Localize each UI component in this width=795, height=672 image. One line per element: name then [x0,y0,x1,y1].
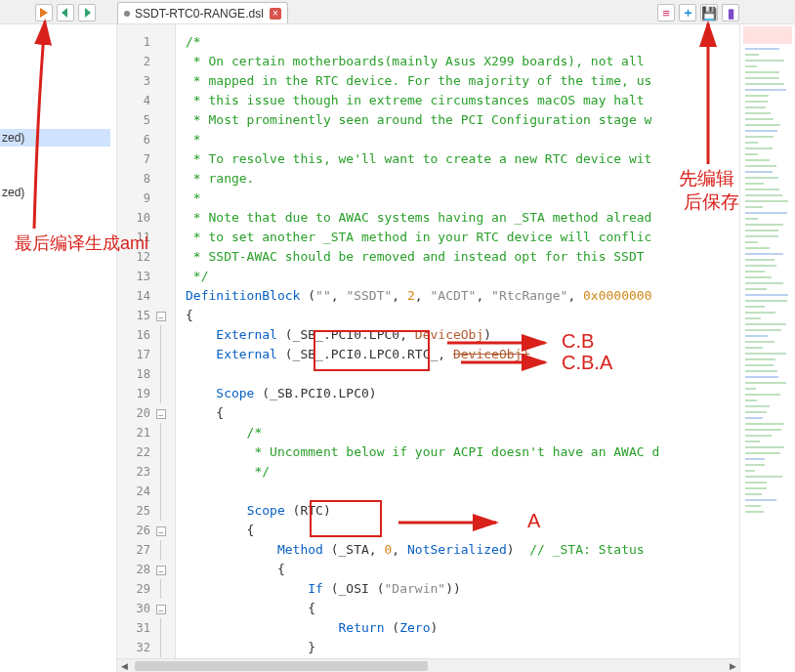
minimap-line [745,142,758,144]
minimap-line [745,441,760,442]
code-line[interactable]: DefinitionBlock ("", "SSDT", 2, "ACDT", … [186,286,652,306]
side-tree: zed)zed) [0,24,117,672]
code-line[interactable]: */ [186,267,208,286]
minimap-line [745,118,774,120]
line-number: 10 [117,208,150,228]
fold-marker [150,325,172,345]
code-line[interactable]: } [186,638,315,657]
nav-back-button[interactable] [57,4,74,21]
fold-marker[interactable] [150,560,172,579]
minimap-line [745,417,763,419]
minimap-line [745,230,778,231]
scroll-left-icon[interactable]: ◀ [117,659,131,673]
code-line[interactable]: * Most prominently seen around the PCI C… [186,110,651,130]
code-line[interactable]: * Note that due to AWAC systems having a… [186,208,651,228]
fold-marker [150,130,172,149]
code-line[interactable]: Return (Zero) [186,618,438,638]
code-line[interactable]: { [186,306,193,325]
fold-marker [150,540,172,560]
fold-marker [150,189,172,208]
minimap-line [745,329,781,331]
code-line[interactable]: /* [186,423,262,442]
code-line[interactable]: Method (_STA, 0, NotSerialized) // _STA:… [186,540,645,560]
fold-marker[interactable] [150,599,172,618]
line-number: 15 [117,306,150,325]
scroll-right-icon[interactable]: ▶ [726,659,739,673]
code-line[interactable]: External (_SB_.PCI0.LPC0.RTC_, DeviceObj… [186,345,529,364]
code-line[interactable]: * [186,189,201,208]
scroll-thumb[interactable] [135,661,428,671]
code-line[interactable]: If (_OSI ("Darwin")) [186,579,461,599]
minimap-line [745,48,779,50]
code-line[interactable]: * this issue though in extreme circumsta… [186,91,651,110]
code-line[interactable]: * To resolve this, we'll want to create … [186,149,651,169]
minimap-line [745,487,767,489]
minimap-line [745,276,772,278]
minimap-line [745,153,758,155]
fold-marker[interactable] [150,403,172,423]
minimap-line [745,323,786,325]
code-line[interactable]: * range. [186,169,254,189]
minimap-line [745,77,779,79]
code-line[interactable]: { [186,560,285,579]
minimap-line [745,429,781,431]
minimap-line [745,452,780,454]
minimap-line [745,482,767,483]
line-number: 17 [117,345,150,364]
code-line[interactable]: { [186,599,315,618]
arrow-right-icon [82,8,92,18]
code-line[interactable]: Scope (_SB.PCI0.LPC0) [186,384,377,403]
code-editor[interactable]: 1234567891011121314151617181920212223242… [117,24,739,672]
fold-marker [150,208,172,228]
line-number: 23 [117,462,150,482]
minimap-line [745,317,761,319]
line-number: 19 [117,384,150,403]
minimap-line [745,60,784,62]
minimap-line [745,499,776,501]
minimap-line [745,458,765,460]
code-line[interactable]: Scope (RTC) [186,501,331,521]
close-icon[interactable]: × [270,8,281,20]
minimap-line [745,183,764,185]
minimap-line [745,411,767,413]
code-line[interactable]: /* [186,32,201,52]
minimap-line [745,253,783,255]
minimap-line [745,124,780,126]
code-line[interactable]: { [186,521,254,540]
fold-marker [150,169,172,189]
add-button[interactable]: ＋ [679,4,696,21]
top-toolbar: SSDT-RTC0-RANGE.dsl × ≡＋💾▮ [0,0,795,24]
fold-marker[interactable] [150,521,172,540]
horizontal-scrollbar[interactable]: ◀ ▶ [117,658,739,672]
nav-fwd-button[interactable] [78,4,96,21]
tree-item[interactable]: zed) [0,184,110,201]
code-line[interactable]: * Uncomment below if your ACPI doesn't h… [186,442,659,462]
code-line[interactable]: * [186,130,201,149]
fold-marker [150,638,172,657]
tree-item[interactable]: zed) [0,129,110,147]
fold-marker [150,228,172,247]
line-number: 26 [117,521,150,540]
code-content[interactable]: /* * On certain motherboards(mainly Asus… [186,24,739,672]
minimap[interactable] [739,24,795,672]
code-line[interactable]: * mapped in the RTC device. For the majo… [186,71,651,91]
file-tab[interactable]: SSDT-RTC0-RANGE.dsl × [117,2,288,23]
code-line[interactable]: * On certain motherboards(mainly Asus X2… [186,52,651,71]
save-button[interactable]: 💾 [700,4,718,21]
code-line[interactable]: { [186,403,224,423]
minimap-line [745,358,775,360]
line-number: 18 [117,364,150,384]
fold-marker [150,462,172,482]
fold-marker[interactable] [150,306,172,325]
fold-marker [150,442,172,462]
code-line[interactable]: * SSDT-AWAC should be removed and instea… [186,247,651,267]
code-line[interactable]: */ [186,462,270,482]
code-line[interactable]: External (_SB_.PCI0.LPC0, DeviceObj) [186,325,491,345]
tool-a-button[interactable]: ≡ [657,4,675,21]
line-number: 30 [117,599,150,618]
minimap-line [745,206,763,208]
bookmark-button[interactable]: ▮ [722,4,739,21]
compile-button[interactable] [35,4,53,21]
code-line[interactable]: * to set another _STA method in your RTC… [186,228,651,247]
line-number: 12 [117,247,150,267]
